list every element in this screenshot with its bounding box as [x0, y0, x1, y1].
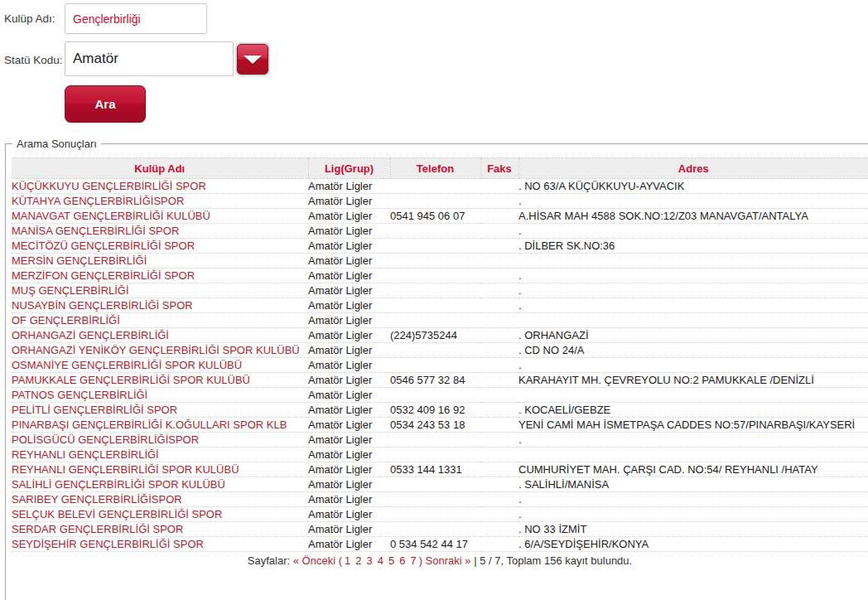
club-name-link[interactable]: MERSİN GENÇLERBİRLİĞİ [12, 254, 147, 267]
lig-cell: Amatör Ligler [308, 358, 390, 373]
club-name-cell: MECİTÖZÜ GENÇLERBİRLİĞİ SPOR [12, 239, 308, 254]
table-row: KÜTAHYA GENÇLERBİRLİĞİSPORAmatör Ligler. [12, 194, 868, 209]
table-row: SERDAR GENÇLERBİRLİĞİ SPORAmatör Ligler.… [12, 522, 868, 537]
table-row: SALİHLİ GENÇLERBİRLİĞİ SPOR KULÜBÜAmatör… [12, 477, 868, 492]
table-row: KÜÇÜKKUYU GENÇLERBİRLİĞİ SPORAmatör Ligl… [12, 179, 868, 194]
club-name-input[interactable] [65, 3, 207, 34]
telefon-cell [390, 448, 480, 462]
lig-cell: Amatör Ligler [308, 209, 390, 224]
telefon-cell [390, 254, 480, 269]
telefon-cell [390, 313, 480, 328]
lig-cell: Amatör Ligler [308, 507, 390, 522]
lig-cell: Amatör Ligler [308, 448, 390, 462]
club-name-link[interactable]: MECİTÖZÜ GENÇLERBİRLİĞİ SPOR [12, 240, 195, 252]
telefon-cell: (224)5735244 [390, 328, 480, 343]
search-button[interactable]: Ara [65, 85, 146, 123]
club-name-link[interactable]: PATNOS GENÇLERBİRLİĞİ [12, 389, 147, 401]
club-name-link[interactable]: MANİSA GENÇLERBİRLİĞİ SPOR [12, 225, 179, 237]
lig-cell: Amatör Ligler [308, 537, 390, 552]
club-name-link[interactable]: KÜÇÜKKUYU GENÇLERBİRLİĞİ SPOR [12, 180, 206, 192]
pagination-page-1[interactable]: 1 [345, 554, 350, 567]
faks-cell [480, 194, 518, 209]
lig-cell: Amatör Ligler [308, 418, 390, 433]
pagination-page-7[interactable]: 7 [410, 554, 416, 567]
club-name-link[interactable]: SELÇUK BELEVİ GENÇLERBİRLİĞİ SPOR [12, 508, 222, 520]
adres-cell: . [518, 433, 868, 448]
telefon-cell [390, 179, 480, 194]
telefon-cell [390, 224, 480, 239]
table-row: PELİTLİ GENÇLERBİRLİĞİ SPORAmatör Ligler… [12, 403, 868, 418]
table-row: MERZİFON GENÇLERBİRLİĞİ SPORAmatör Ligle… [12, 269, 868, 283]
faks-cell [480, 283, 518, 298]
pagination-summary: | 5 / 7, Toplam 156 kayıt bulundu. [474, 554, 632, 567]
telefon-cell [390, 522, 480, 537]
faks-cell [480, 492, 518, 507]
club-name-link[interactable]: ORHANGAZİ YENİKÖY GENÇLERBİRLİĞİ SPOR KU… [12, 344, 300, 356]
telefon-cell [390, 477, 480, 492]
club-name-cell: OSMANİYE GENÇLERBİRLİĞİ SPOR KULÜBÜ [12, 358, 308, 373]
lig-cell: Amatör Ligler [308, 462, 390, 477]
club-name-link[interactable]: PAMUKKALE GENÇLERBİRLİĞİ SPOR KULÜBÜ [12, 374, 250, 386]
pagination-page-5[interactable]: 5 [388, 554, 394, 567]
adres-cell: . [518, 224, 868, 239]
table-row: REYHANLI GENÇLERBİRLİĞİAmatör Ligler [12, 448, 868, 462]
pagination-next-link[interactable]: Sonraki » [426, 554, 471, 567]
lig-cell: Amatör Ligler [308, 522, 390, 537]
faks-cell [480, 209, 518, 224]
club-name-cell: PAMUKKALE GENÇLERBİRLİĞİ SPOR KULÜBÜ [12, 373, 308, 388]
telefon-cell: 0532 409 16 92 [390, 403, 480, 418]
club-name-link[interactable]: OF GENÇLERBİRLİĞİ [12, 314, 120, 327]
adres-cell: . [518, 283, 868, 298]
results-table: Kulüp AdıLig(Grup)TelefonFaksAdres KÜÇÜK… [12, 157, 868, 552]
club-name-link[interactable]: SEYDİŞEHİR GENÇLERBİRLİĞİ SPOR [12, 538, 204, 550]
lig-cell: Amatör Ligler [308, 492, 390, 507]
club-name-cell: MANAVGAT GENÇLERBİRLİĞİ KULÜBÜ [12, 209, 308, 224]
club-name-link[interactable]: ORHANGAZİ GENÇLERBİRLİĞİ [12, 329, 169, 341]
telefon-cell [390, 194, 480, 209]
adres-cell: . NO 33 İZMİT [518, 522, 868, 537]
adres-cell: . CD NO 24/A [518, 343, 868, 358]
club-name-link[interactable]: REYHANLI GENÇLERBİRLİĞİ [12, 448, 159, 461]
club-name-link[interactable]: SARIBEY GENÇLERBİRLİĞİSPOR [12, 493, 182, 506]
club-name-cell: REYHANLI GENÇLERBİRLİĞİ SPOR KULÜBÜ [12, 462, 308, 477]
table-row: OSMANİYE GENÇLERBİRLİĞİ SPOR KULÜBÜAmatö… [12, 358, 868, 373]
club-name-link[interactable]: MERZİFON GENÇLERBİRLİĞİ SPOR [12, 269, 195, 282]
pagination-page-4[interactable]: 4 [378, 554, 383, 567]
club-name-link[interactable]: MUŞ GENÇLERBİRLİĞİ [12, 284, 129, 297]
faks-cell [480, 507, 518, 522]
club-name-link[interactable]: KÜTAHYA GENÇLERBİRLİĞİSPOR [12, 195, 184, 207]
pagination-prev-link[interactable]: « Önceki [293, 554, 335, 567]
club-name-link[interactable]: PELİTLİ GENÇLERBİRLİĞİ SPOR [12, 404, 177, 416]
table-row: ORHANGAZİ YENİKÖY GENÇLERBİRLİĞİ SPOR KU… [12, 343, 868, 358]
club-name-link[interactable]: OSMANİYE GENÇLERBİRLİĞİ SPOR KULÜBÜ [12, 359, 242, 371]
status-select[interactable]: Amatör [65, 41, 234, 76]
adres-cell: . [518, 269, 868, 283]
status-select-arrow-button[interactable] [237, 44, 268, 75]
club-name-cell: PINARBAŞI GENÇLERBİRLİĞİ K.OĞULLARI SPOR… [12, 418, 308, 433]
club-name-link[interactable]: PINARBAŞI GENÇLERBİRLİĞİ K.OĞULLARI SPOR… [12, 419, 287, 431]
faks-cell [480, 343, 518, 358]
pagination-page-2[interactable]: 2 [355, 554, 361, 567]
club-name-link[interactable]: SALİHLİ GENÇLERBİRLİĞİ SPOR KULÜBÜ [12, 478, 225, 491]
column-header-club-name: Kulüp Adı [12, 158, 308, 179]
club-name-link[interactable]: MANAVGAT GENÇLERBİRLİĞİ KULÜBÜ [12, 210, 210, 222]
faks-cell [480, 537, 518, 552]
table-row: SELÇUK BELEVİ GENÇLERBİRLİĞİ SPORAmatör … [12, 507, 868, 522]
adres-cell: YENİ CAMİ MAH İSMETPAŞA CADDES NO:57/PIN… [518, 418, 868, 433]
table-row: OF GENÇLERBİRLİĞİAmatör Ligler [12, 313, 868, 328]
club-name-link[interactable]: SERDAR GENÇLERBİRLİĞİ SPOR [12, 523, 183, 535]
table-row: SARIBEY GENÇLERBİRLİĞİSPORAmatör Ligler. [12, 492, 868, 507]
pagination-page-6[interactable]: 6 [399, 554, 405, 567]
telefon-cell: 0546 577 32 84 [390, 373, 480, 388]
pagination-page-3[interactable]: 3 [366, 554, 372, 567]
club-name-cell: KÜÇÜKKUYU GENÇLERBİRLİĞİ SPOR [12, 179, 308, 194]
club-name-cell: ORHANGAZİ YENİKÖY GENÇLERBİRLİĞİ SPOR KU… [12, 343, 308, 358]
pagination: Sayfalar: « Önceki (1234567) Sonraki » |… [12, 554, 868, 567]
column-header-faks: Faks [480, 158, 518, 179]
club-name-link[interactable]: POLİSGÜCÜ GENÇLERBİRLİĞİSPOR [12, 433, 199, 446]
club-name-link[interactable]: REYHANLI GENÇLERBİRLİĞİ SPOR KULÜBÜ [12, 463, 239, 476]
club-name-link[interactable]: NUSAYBİN GENÇLERBİRLİĞİ SPOR [12, 299, 193, 312]
adres-cell: . [518, 298, 868, 313]
club-name-cell: NUSAYBİN GENÇLERBİRLİĞİ SPOR [12, 298, 308, 313]
adres-cell: . NO 63/A KÜÇÜKKUYU-AYVACIK [518, 179, 868, 194]
